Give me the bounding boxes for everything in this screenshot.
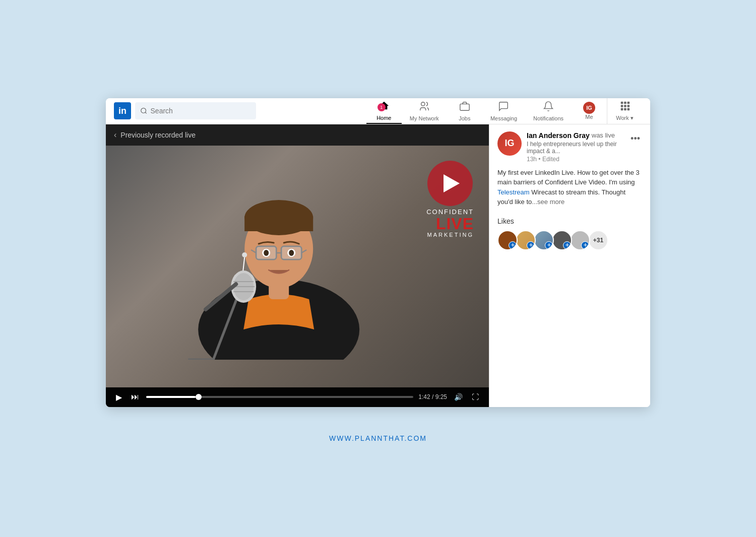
volume-button[interactable]: 🔊	[452, 392, 465, 402]
linkedin-nav: in 1 Home My Network	[106, 98, 650, 124]
svg-rect-8	[624, 105, 626, 107]
jobs-icon	[459, 101, 470, 114]
jobs-label: Jobs	[459, 115, 470, 121]
video-container: CONFIDENT LIVE MARKETING	[106, 146, 489, 387]
side-panel: IG Ian Anderson Gray was live I help ent…	[489, 124, 650, 407]
svg-rect-4	[620, 102, 623, 104]
like-avatar-5	[570, 230, 590, 250]
network-label: My Network	[410, 115, 439, 121]
post-header: IG Ian Anderson Gray was live I help ent…	[489, 124, 650, 168]
play-button[interactable]: ▶	[114, 391, 124, 403]
like-avatar-3	[534, 230, 554, 250]
browser-window: in 1 Home My Network	[106, 98, 650, 407]
linkedin-logo[interactable]: in	[114, 102, 131, 119]
like-avatar-2	[516, 230, 536, 250]
post-link[interactable]: Telestream	[497, 188, 530, 196]
like-badge-5	[581, 241, 589, 249]
footer-watermark: WWW.PLANNTHAT.COM	[317, 422, 439, 454]
like-avatar-4	[552, 230, 572, 250]
progress-dot	[196, 394, 202, 400]
svg-rect-5	[624, 102, 626, 104]
grid-icon	[619, 100, 631, 114]
nav-item-notifications[interactable]: Notifications	[525, 98, 572, 124]
work-label: Work ▾	[616, 115, 634, 121]
like-badge-4	[563, 241, 571, 249]
svg-point-29	[242, 252, 247, 257]
svg-rect-7	[620, 105, 623, 107]
svg-point-0	[141, 108, 146, 113]
author-line: Ian Anderson Gray was live	[527, 131, 623, 140]
search-icon	[140, 107, 148, 115]
nav-items: 1 Home My Network Jobs	[366, 98, 642, 124]
person-figure	[163, 146, 395, 360]
nav-item-messaging[interactable]: Messaging	[482, 98, 525, 124]
svg-rect-3	[460, 104, 469, 110]
likes-label: Likes	[497, 217, 642, 225]
home-badge: 1	[377, 103, 386, 111]
fullscreen-button[interactable]: ⛶	[470, 392, 481, 402]
main-content: ‹ Previously recorded live	[106, 124, 650, 407]
post-meta: Ian Anderson Gray was live I help entrep…	[527, 131, 623, 163]
video-controls: ▶ ⏭ 1:42 / 9:25 🔊 ⛶	[106, 387, 489, 407]
search-input[interactable]	[151, 107, 251, 115]
nav-item-network[interactable]: My Network	[402, 98, 447, 124]
video-title: Previously recorded live	[120, 131, 196, 139]
svg-rect-6	[627, 102, 629, 104]
avatar: IG	[583, 102, 595, 114]
svg-rect-17	[244, 216, 313, 231]
svg-rect-9	[627, 105, 629, 107]
author-name: Ian Anderson Gray	[527, 131, 590, 140]
logo-text: CONFIDENT LIVE MARKETING	[426, 208, 474, 238]
video-logo: CONFIDENT LIVE MARKETING	[426, 161, 474, 238]
likes-count: +31	[588, 230, 608, 250]
time-display: 1:42 / 9:25	[418, 393, 447, 400]
progress-bar[interactable]	[146, 396, 413, 398]
post-avatar: IG	[497, 131, 522, 156]
messaging-icon	[498, 101, 509, 114]
svg-rect-11	[624, 108, 626, 111]
author-subtitle: I help entrepreneurs level up their impa…	[527, 141, 623, 155]
logo-live: LIVE	[426, 216, 474, 232]
post-text-1: My first ever LinkedIn Live. How to get …	[497, 169, 640, 186]
svg-line-1	[145, 112, 147, 114]
logo-marketing: MARKETING	[426, 232, 474, 238]
more-options-button[interactable]: •••	[628, 131, 642, 146]
home-icon: 1	[379, 100, 390, 114]
likes-section: Likes	[489, 212, 650, 255]
network-icon	[419, 101, 430, 114]
video-panel: ‹ Previously recorded live	[106, 124, 489, 407]
nav-item-me[interactable]: IG Me	[572, 98, 607, 124]
post-body: My first ever LinkedIn Live. How to get …	[489, 168, 650, 212]
like-avatar-1	[497, 230, 518, 250]
skip-button[interactable]: ⏭	[129, 391, 141, 402]
messaging-label: Messaging	[490, 115, 517, 121]
svg-rect-12	[627, 108, 629, 111]
bell-icon	[543, 101, 554, 114]
search-bar[interactable]	[135, 102, 256, 119]
post-time: 13h • Edited	[527, 156, 623, 163]
play-circle	[427, 161, 473, 206]
like-badge-3	[545, 241, 553, 249]
play-icon	[444, 174, 460, 192]
nav-item-work[interactable]: Work ▾	[607, 98, 642, 124]
see-more-button[interactable]: ...see more	[532, 198, 564, 206]
back-button[interactable]: ‹	[114, 130, 116, 140]
svg-rect-10	[620, 108, 623, 111]
like-badge-2	[527, 241, 535, 249]
likes-avatars: +31	[497, 230, 642, 250]
svg-point-2	[421, 102, 424, 105]
svg-point-28	[289, 250, 294, 256]
video-header: ‹ Previously recorded live	[106, 124, 489, 146]
was-live-label: was live	[592, 131, 615, 139]
nav-item-home[interactable]: 1 Home	[366, 98, 402, 124]
svg-point-27	[264, 250, 269, 256]
me-label: Me	[585, 114, 593, 120]
like-badge-1	[509, 241, 517, 249]
progress-fill	[146, 396, 196, 398]
home-label: Home	[376, 115, 391, 121]
nav-item-jobs[interactable]: Jobs	[447, 98, 482, 124]
notifications-label: Notifications	[533, 115, 563, 121]
